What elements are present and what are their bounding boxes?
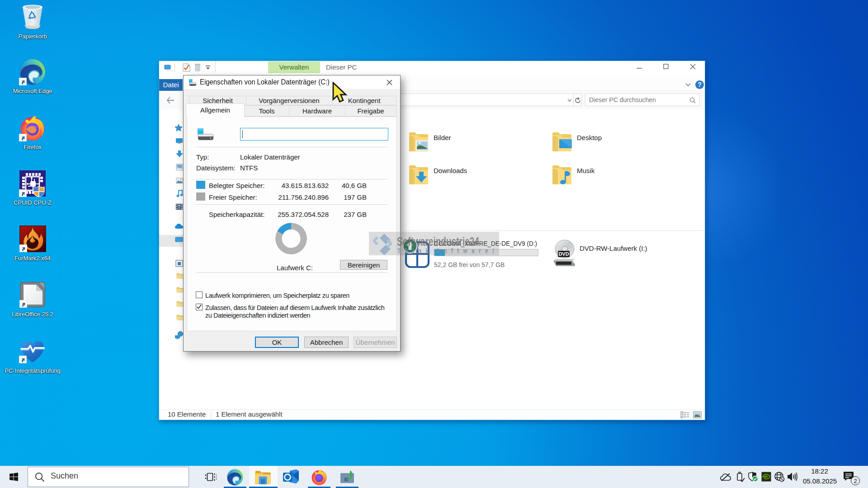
svg-text:DVD: DVD [558,251,569,257]
